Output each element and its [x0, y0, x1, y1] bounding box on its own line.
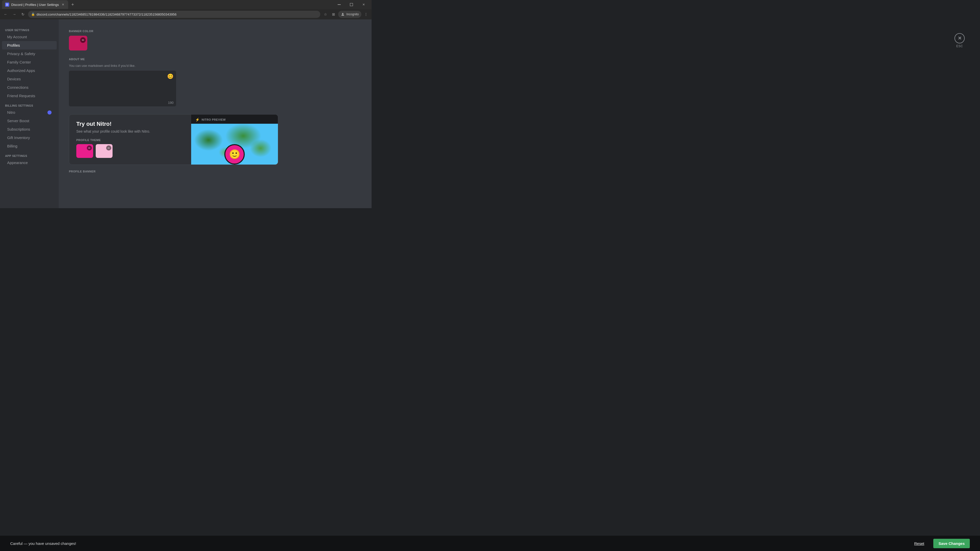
billing-settings-header: BILLING SETTINGS — [0, 100, 59, 108]
discord-avatar-preview: 🙂 — [224, 144, 245, 165]
authorized-apps-label: Authorized Apps — [7, 68, 35, 73]
nitro-preview-header: ⚡ NITRO PREVIEW — [191, 114, 278, 124]
tab-close-button[interactable]: ✕ — [61, 3, 65, 6]
sidebar-item-family-center[interactable]: Family Center — [2, 58, 57, 66]
address-bar[interactable]: 🔒 discord.com/channels/11823468517819843… — [28, 11, 320, 18]
sidebar-item-appearance[interactable]: Appearance — [2, 159, 57, 167]
theme-swatch-2-edit-icon: ✏ — [106, 145, 111, 151]
sidebar-item-gift-inventory[interactable]: Gift Inventory — [2, 133, 57, 142]
sidebar-item-subscriptions[interactable]: Subscriptions — [2, 125, 57, 133]
maximize-button[interactable] — [345, 0, 357, 9]
profile-banner-label: PROFILE BANNER — [69, 170, 361, 173]
tab-bar: D Discord | Profiles | User Settings ✕ +… — [0, 0, 372, 9]
more-button[interactable]: ⋮ — [363, 11, 369, 18]
banner-color-swatch[interactable]: ✏ — [69, 36, 87, 51]
browser-chrome: D Discord | Profiles | User Settings ✕ +… — [0, 0, 372, 19]
sidebar-item-connections[interactable]: Connections — [2, 83, 57, 92]
address-bar-row: ← → ↻ 🔒 discord.com/channels/11823468517… — [0, 9, 372, 19]
sidebar-item-devices[interactable]: Devices — [2, 75, 57, 83]
url-text: discord.com/channels/1182346851781984336… — [37, 13, 177, 16]
devices-label: Devices — [7, 77, 21, 81]
reload-button[interactable]: ↻ — [19, 11, 27, 18]
my-account-label: My Account — [7, 35, 27, 39]
back-button[interactable]: ← — [2, 11, 9, 18]
tab-title: Discord | Profiles | User Settings — [11, 3, 59, 6]
main-content: BANNER COLOR ✏ ABOUT ME You can use mark… — [59, 19, 372, 208]
nitro-preview-image: 🙂 — [191, 124, 278, 165]
nitro-card-subtitle: See what your profile could look like wi… — [76, 129, 184, 133]
nitro-card-title: Try out Nitro! — [76, 121, 184, 127]
about-me-textarea[interactable] — [69, 71, 176, 106]
appearance-label: Appearance — [7, 160, 28, 165]
sidebar-item-my-account[interactable]: My Account — [2, 33, 57, 41]
friend-requests-label: Friend Requests — [7, 94, 35, 98]
minimize-button[interactable] — [333, 0, 345, 9]
nitro-card: Try out Nitro! See what your profile cou… — [69, 114, 278, 165]
forward-button[interactable]: → — [11, 11, 18, 18]
billing-label: Billing — [7, 144, 18, 148]
gift-inventory-label: Gift Inventory — [7, 135, 30, 140]
sidebar-item-authorized-apps[interactable]: Authorized Apps — [2, 66, 57, 75]
about-me-label: ABOUT ME — [69, 58, 361, 61]
nitro-label: Nitro — [7, 110, 15, 114]
about-me-section: ABOUT ME You can use markdown and links … — [69, 58, 361, 107]
sidebar-item-server-boost[interactable]: Server Boost — [2, 117, 57, 125]
char-count: 190 — [168, 101, 173, 105]
nitro-badge — [48, 110, 52, 114]
address-bar-actions: ☆ ⊞ Incognito ⋮ — [322, 11, 369, 18]
tab-favicon: D — [5, 3, 9, 6]
banner-edit-icon: ✏ — [80, 37, 86, 43]
profile-theme-label: PROFILE THEME — [76, 138, 184, 141]
incognito-label: Incognito — [346, 13, 359, 16]
family-center-label: Family Center — [7, 60, 31, 64]
lock-icon: 🔒 — [31, 13, 35, 16]
theme-swatches: ✏ ✏ — [76, 144, 184, 158]
sidebar-item-privacy-safety[interactable]: Privacy & Safety — [2, 49, 57, 58]
theme-swatch-1[interactable]: ✏ — [76, 144, 93, 158]
sidebar-item-friend-requests[interactable]: Friend Requests — [2, 92, 57, 100]
nitro-preview-area: ⚡ NITRO PREVIEW 🙂 — [191, 114, 278, 165]
app: USER SETTINGS My Account Profiles Privac… — [0, 19, 372, 208]
nitro-preview-label: NITRO PREVIEW — [202, 118, 226, 121]
bookmark-button[interactable]: ☆ — [322, 11, 329, 18]
sidebar-item-profiles[interactable]: Profiles — [2, 41, 57, 49]
nitro-icon: ⚡ — [195, 118, 200, 122]
subscriptions-label: Subscriptions — [7, 127, 30, 131]
svg-rect-0 — [338, 4, 341, 5]
connections-label: Connections — [7, 85, 28, 89]
window-controls: ✕ — [333, 0, 369, 9]
banner-color-label: BANNER COLOR — [69, 30, 361, 33]
profiles-label: Profiles — [7, 43, 20, 48]
close-button[interactable]: ✕ — [358, 0, 369, 9]
about-me-wrapper: 😊 190 — [69, 71, 176, 107]
incognito-button[interactable]: Incognito — [338, 11, 361, 18]
nitro-card-left: Try out Nitro! See what your profile cou… — [69, 114, 191, 165]
active-tab[interactable]: D Discord | Profiles | User Settings ✕ — [2, 0, 68, 9]
emoji-picker-button[interactable]: 😊 — [167, 73, 173, 79]
sidebar-item-nitro[interactable]: Nitro — [2, 108, 57, 117]
profile-banner-section: PROFILE BANNER — [69, 170, 361, 202]
new-tab-button[interactable]: + — [69, 1, 76, 8]
theme-swatch-2[interactable]: ✏ — [96, 144, 113, 158]
app-settings-header: APP SETTINGS — [0, 150, 59, 159]
svg-point-3 — [48, 111, 51, 114]
svg-rect-1 — [350, 3, 353, 6]
sidebar: USER SETTINGS My Account Profiles Privac… — [0, 19, 59, 208]
sidebar-item-billing[interactable]: Billing — [2, 142, 57, 150]
about-me-hint: You can use markdown and links if you'd … — [69, 64, 361, 68]
split-screen-button[interactable]: ⊞ — [330, 11, 337, 18]
theme-swatch-1-edit-icon: ✏ — [87, 145, 92, 151]
server-boost-label: Server Boost — [7, 119, 29, 123]
svg-point-2 — [342, 13, 344, 14]
user-settings-header: USER SETTINGS — [0, 24, 59, 33]
privacy-safety-label: Privacy & Safety — [7, 52, 35, 56]
